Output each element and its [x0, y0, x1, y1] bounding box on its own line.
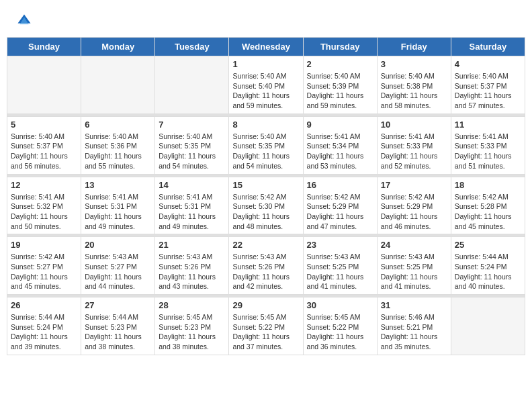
day-number: 18	[455, 180, 521, 190]
calendar-cell: 24Sunrise: 5:43 AMSunset: 5:25 PMDayligh…	[377, 237, 451, 295]
day-info: Sunrise: 5:44 AMSunset: 5:23 PMDaylight:…	[85, 312, 151, 352]
day-info: Sunrise: 5:41 AMSunset: 5:33 PMDaylight:…	[381, 132, 447, 171]
calendar-cell: 13Sunrise: 5:41 AMSunset: 5:31 PMDayligh…	[81, 177, 155, 234]
day-info: Sunrise: 5:40 AMSunset: 5:40 PMDaylight:…	[232, 71, 299, 111]
day-info: Sunrise: 5:41 AMSunset: 5:34 PMDaylight:…	[307, 132, 373, 171]
day-number: 5	[11, 120, 77, 130]
day-number: 13	[85, 180, 151, 190]
day-number: 8	[232, 120, 299, 130]
day-info: Sunrise: 5:40 AMSunset: 5:36 PMDaylight:…	[85, 132, 151, 171]
calendar-cell: 5Sunrise: 5:40 AMSunset: 5:37 PMDaylight…	[7, 116, 81, 174]
day-info: Sunrise: 5:40 AMSunset: 5:35 PMDaylight:…	[159, 132, 225, 171]
calendar-cell: 31Sunrise: 5:46 AMSunset: 5:21 PMDayligh…	[377, 298, 451, 355]
day-header-wednesday: Wednesday	[229, 38, 303, 56]
calendar-cell: 30Sunrise: 5:45 AMSunset: 5:22 PMDayligh…	[303, 298, 377, 355]
day-number: 9	[307, 120, 373, 130]
day-info: Sunrise: 5:45 AMSunset: 5:22 PMDaylight:…	[307, 312, 373, 352]
day-number: 1	[232, 59, 299, 69]
day-header-thursday: Thursday	[303, 38, 377, 56]
day-header-tuesday: Tuesday	[155, 38, 229, 56]
calendar-cell: 26Sunrise: 5:44 AMSunset: 5:24 PMDayligh…	[7, 298, 81, 355]
calendar-cell: 23Sunrise: 5:43 AMSunset: 5:25 PMDayligh…	[303, 237, 377, 295]
day-number: 17	[381, 180, 447, 190]
calendar-cell: 1Sunrise: 5:40 AMSunset: 5:40 PMDaylight…	[229, 56, 303, 114]
day-info: Sunrise: 5:43 AMSunset: 5:26 PMDaylight:…	[159, 252, 225, 291]
calendar-cell: 15Sunrise: 5:42 AMSunset: 5:30 PMDayligh…	[229, 177, 303, 234]
day-number: 14	[159, 180, 225, 190]
day-number: 24	[381, 240, 447, 250]
calendar-cell: 7Sunrise: 5:40 AMSunset: 5:35 PMDaylight…	[155, 116, 229, 174]
day-number: 21	[159, 240, 225, 250]
day-info: Sunrise: 5:42 AMSunset: 5:27 PMDaylight:…	[11, 252, 77, 291]
calendar-week-4: 26Sunrise: 5:44 AMSunset: 5:24 PMDayligh…	[7, 298, 525, 355]
calendar-cell: 2Sunrise: 5:40 AMSunset: 5:39 PMDaylight…	[303, 56, 377, 114]
calendar-cell: 3Sunrise: 5:40 AMSunset: 5:38 PMDaylight…	[377, 56, 451, 114]
day-number: 27	[85, 300, 151, 310]
calendar-cell: 25Sunrise: 5:44 AMSunset: 5:24 PMDayligh…	[451, 237, 525, 295]
day-number: 11	[455, 120, 521, 130]
day-number: 29	[232, 300, 299, 310]
day-info: Sunrise: 5:42 AMSunset: 5:29 PMDaylight:…	[381, 192, 447, 232]
day-info: Sunrise: 5:40 AMSunset: 5:39 PMDaylight:…	[307, 71, 373, 111]
calendar-cell: 22Sunrise: 5:43 AMSunset: 5:26 PMDayligh…	[229, 237, 303, 295]
logo	[17, 13, 34, 28]
day-number: 4	[455, 59, 521, 69]
day-number: 12	[11, 180, 77, 190]
day-number: 19	[11, 240, 77, 250]
day-info: Sunrise: 5:41 AMSunset: 5:33 PMDaylight:…	[455, 132, 521, 171]
day-info: Sunrise: 5:43 AMSunset: 5:25 PMDaylight:…	[381, 252, 447, 291]
day-number: 25	[455, 240, 521, 250]
day-info: Sunrise: 5:43 AMSunset: 5:25 PMDaylight:…	[307, 252, 373, 291]
calendar-cell	[155, 56, 229, 114]
calendar-cell	[7, 56, 81, 114]
calendar-cell: 10Sunrise: 5:41 AMSunset: 5:33 PMDayligh…	[377, 116, 451, 174]
day-info: Sunrise: 5:45 AMSunset: 5:22 PMDaylight:…	[232, 312, 299, 352]
day-number: 28	[159, 300, 225, 310]
day-number: 31	[381, 300, 447, 310]
day-header-saturday: Saturday	[451, 38, 525, 56]
day-number: 23	[307, 240, 373, 250]
day-info: Sunrise: 5:40 AMSunset: 5:35 PMDaylight:…	[232, 132, 299, 171]
day-number: 22	[232, 240, 299, 250]
day-number: 3	[381, 59, 447, 69]
calendar-cell: 20Sunrise: 5:43 AMSunset: 5:27 PMDayligh…	[81, 237, 155, 295]
day-info: Sunrise: 5:45 AMSunset: 5:23 PMDaylight:…	[159, 312, 225, 352]
calendar-cell: 21Sunrise: 5:43 AMSunset: 5:26 PMDayligh…	[155, 237, 229, 295]
day-info: Sunrise: 5:46 AMSunset: 5:21 PMDaylight:…	[381, 312, 447, 352]
calendar-cell: 29Sunrise: 5:45 AMSunset: 5:22 PMDayligh…	[229, 298, 303, 355]
calendar-cell: 4Sunrise: 5:40 AMSunset: 5:37 PMDaylight…	[451, 56, 525, 114]
day-number: 10	[381, 120, 447, 130]
day-number: 30	[307, 300, 373, 310]
calendar-week-0: 1Sunrise: 5:40 AMSunset: 5:40 PMDaylight…	[7, 56, 525, 114]
day-number: 2	[307, 59, 373, 69]
day-info: Sunrise: 5:42 AMSunset: 5:28 PMDaylight:…	[455, 192, 521, 232]
day-header-sunday: Sunday	[7, 38, 81, 56]
calendar-table: SundayMondayTuesdayWednesdayThursdayFrid…	[7, 37, 525, 355]
day-info: Sunrise: 5:41 AMSunset: 5:31 PMDaylight:…	[85, 192, 151, 232]
calendar-cell: 17Sunrise: 5:42 AMSunset: 5:29 PMDayligh…	[377, 177, 451, 234]
calendar-cell	[451, 298, 525, 355]
calendar-cell: 16Sunrise: 5:42 AMSunset: 5:29 PMDayligh…	[303, 177, 377, 234]
day-info: Sunrise: 5:43 AMSunset: 5:26 PMDaylight:…	[232, 252, 299, 291]
day-number: 6	[85, 120, 151, 130]
day-info: Sunrise: 5:40 AMSunset: 5:37 PMDaylight:…	[11, 132, 77, 171]
calendar-cell: 12Sunrise: 5:41 AMSunset: 5:32 PMDayligh…	[7, 177, 81, 234]
day-info: Sunrise: 5:44 AMSunset: 5:24 PMDaylight:…	[455, 252, 521, 291]
day-header-monday: Monday	[81, 38, 155, 56]
day-number: 7	[159, 120, 225, 130]
calendar-cell: 9Sunrise: 5:41 AMSunset: 5:34 PMDaylight…	[303, 116, 377, 174]
calendar-cell: 6Sunrise: 5:40 AMSunset: 5:36 PMDaylight…	[81, 116, 155, 174]
day-number: 15	[232, 180, 299, 190]
calendar-cell: 11Sunrise: 5:41 AMSunset: 5:33 PMDayligh…	[451, 116, 525, 174]
day-info: Sunrise: 5:42 AMSunset: 5:29 PMDaylight:…	[307, 192, 373, 232]
day-header-friday: Friday	[377, 38, 451, 56]
day-number: 16	[307, 180, 373, 190]
day-info: Sunrise: 5:44 AMSunset: 5:24 PMDaylight:…	[11, 312, 77, 352]
day-info: Sunrise: 5:42 AMSunset: 5:30 PMDaylight:…	[232, 192, 299, 232]
calendar-cell: 28Sunrise: 5:45 AMSunset: 5:23 PMDayligh…	[155, 298, 229, 355]
calendar-cell	[81, 56, 155, 114]
calendar-week-2: 12Sunrise: 5:41 AMSunset: 5:32 PMDayligh…	[7, 177, 525, 234]
day-number: 20	[85, 240, 151, 250]
calendar-week-1: 5Sunrise: 5:40 AMSunset: 5:37 PMDaylight…	[7, 116, 525, 174]
calendar-cell: 14Sunrise: 5:41 AMSunset: 5:31 PMDayligh…	[155, 177, 229, 234]
